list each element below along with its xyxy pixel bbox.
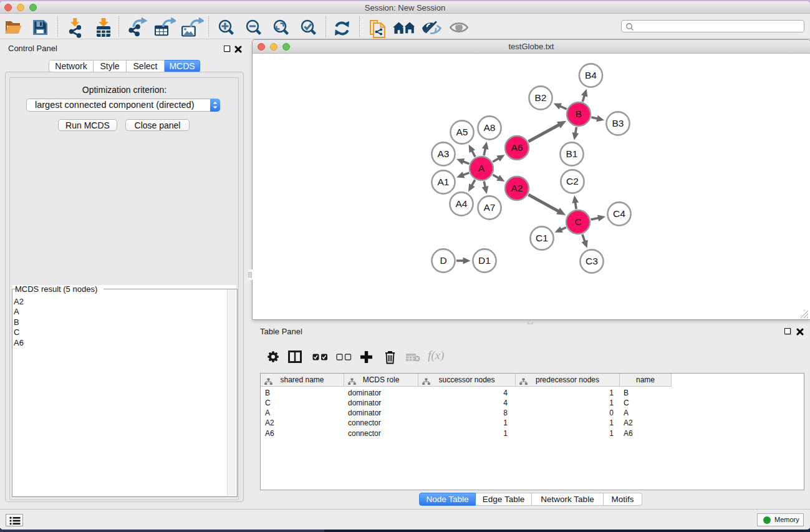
- svg-text:A1: A1: [438, 177, 450, 187]
- svg-text:C: C: [574, 216, 581, 227]
- svg-text:C4: C4: [613, 208, 625, 219]
- svg-text:A5: A5: [456, 127, 468, 137]
- svg-text:B4: B4: [585, 70, 597, 80]
- svg-text:A: A: [478, 163, 485, 173]
- svg-text:A8: A8: [484, 122, 496, 133]
- svg-text:C3: C3: [586, 256, 598, 266]
- svg-text:B3: B3: [612, 118, 624, 128]
- svg-text:A3: A3: [438, 148, 450, 159]
- svg-text:D: D: [440, 255, 446, 266]
- svg-text:B1: B1: [566, 148, 578, 159]
- svg-text:C2: C2: [566, 176, 579, 186]
- svg-text:A6: A6: [511, 142, 523, 153]
- svg-text:A2: A2: [511, 183, 523, 193]
- svg-text:B2: B2: [535, 92, 547, 103]
- svg-text:C1: C1: [536, 233, 548, 243]
- svg-text:A4: A4: [456, 198, 468, 209]
- svg-text:D1: D1: [478, 255, 491, 266]
- svg-text:B: B: [576, 109, 582, 119]
- svg-text:A7: A7: [484, 202, 496, 213]
